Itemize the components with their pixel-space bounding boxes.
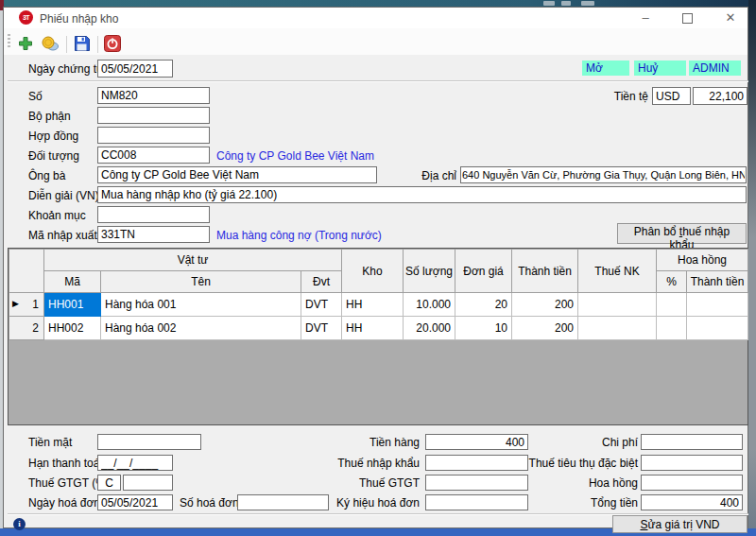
label-tien-te: Tiền tệ	[576, 90, 648, 103]
cell-kho[interactable]: HH	[342, 317, 404, 340]
cell-thue-nk[interactable]	[578, 293, 657, 317]
toolbar-separator	[97, 36, 98, 53]
coins-icon	[41, 35, 60, 52]
cell-dvt[interactable]: DVT	[301, 293, 342, 317]
input-currency[interactable]	[652, 87, 691, 105]
input-khoan-muc[interactable]	[97, 206, 210, 223]
cell-hh-pct[interactable]	[657, 293, 687, 317]
col-thue-nk: Thuế NK	[578, 250, 657, 293]
ma-nhap-xuat-name: Mua hàng công nợ (Trong nước)	[216, 229, 382, 242]
input-exchange-rate[interactable]	[693, 87, 747, 105]
screen: 3T Phiếu nhập kho – ✕ Ngày chứng	[0, 0, 756, 536]
info-icon[interactable]: i	[13, 518, 26, 530]
cell-don-gia[interactable]: 10	[455, 317, 512, 340]
toolbar-separator	[66, 36, 67, 53]
input-hop-dong[interactable]	[97, 127, 210, 144]
close-button[interactable]: ✕	[715, 8, 746, 27]
items-grid: Vật tư Kho Số lượng Đơn giá Thành tiền T…	[8, 248, 748, 425]
cell-kho[interactable]: HH	[342, 293, 404, 317]
input-chi-phi[interactable]	[641, 434, 743, 450]
cell-hh-thanh-tien[interactable]	[687, 293, 748, 317]
input-thue-gtgt-pct[interactable]	[123, 475, 173, 491]
label-doi-tuong: Đối tượng	[28, 149, 79, 163]
status-chip-user[interactable]: ADMIN	[689, 61, 741, 76]
background-top-strip	[0, 0, 756, 7]
maximize-button[interactable]	[673, 8, 701, 27]
input-ngay-chung-tu[interactable]	[97, 60, 173, 78]
col-kho: Kho	[342, 250, 404, 293]
cell-so-luong[interactable]: 10.000	[404, 293, 455, 317]
status-chip-mo[interactable]: Mở	[582, 61, 629, 76]
exit-button[interactable]	[104, 35, 123, 54]
cell-ma[interactable]: HH001	[44, 293, 101, 317]
cell-hh-thanh-tien[interactable]	[687, 317, 748, 340]
input-tien-mat[interactable]	[97, 434, 201, 450]
minimize-button[interactable]: –	[631, 8, 660, 27]
row-selector[interactable]: 2	[9, 317, 44, 340]
maximize-icon	[682, 13, 693, 24]
input-doi-tuong[interactable]	[97, 147, 210, 164]
cell-ten[interactable]: Hàng hóa 001	[101, 293, 301, 317]
col-dvt: Đvt	[301, 271, 342, 293]
cell-ma[interactable]: HH002	[44, 317, 101, 340]
label-khoan-muc: Khoản mục	[28, 209, 86, 222]
input-thue-ttdb[interactable]	[641, 455, 743, 471]
background-window-icon	[561, 1, 571, 6]
input-tong-tien[interactable]	[641, 494, 743, 510]
background-right-strip	[748, 0, 756, 528]
col-thanh-tien: Thành tiền	[512, 250, 578, 293]
col-ma: Mã	[44, 271, 101, 293]
input-thue-gtgt-flag[interactable]	[97, 475, 121, 491]
plus-icon	[17, 35, 34, 52]
input-bo-phan[interactable]	[97, 107, 210, 124]
input-hoa-hong[interactable]	[641, 475, 743, 491]
input-dien-giai[interactable]	[97, 186, 747, 203]
input-so[interactable]	[97, 87, 210, 104]
col-group-hoa-hong: Hoa hồng	[657, 250, 748, 271]
col-so-luong: Số lượng	[404, 250, 455, 293]
cell-dvt[interactable]: DVT	[301, 317, 342, 340]
label-ky-hieu-hoa-don: Ký hiệu hoá đơn	[236, 496, 420, 510]
label-thue-nhap-khau: Thuế nhập khẩu	[236, 457, 420, 470]
cell-thue-nk[interactable]	[578, 317, 657, 340]
row-selector[interactable]: ▶1	[9, 293, 44, 317]
label-so-hoa-don: Số hoá đơn	[180, 496, 239, 510]
label-ma-nhap-xuat: Mã nhập xuất	[28, 229, 97, 242]
add-button[interactable]	[17, 35, 36, 54]
status-chip-huy[interactable]: Huỷ	[634, 61, 686, 76]
btn-text: ửa giá trị VND	[647, 518, 719, 531]
window-title: Phiếu nhập kho	[40, 12, 118, 26]
row-number: 1	[32, 298, 39, 311]
cell-thanh-tien[interactable]: 200	[512, 293, 578, 317]
sua-gia-tri-vnd-button[interactable]: Sửa giá trị VND	[612, 515, 747, 533]
save-button[interactable]	[74, 35, 93, 54]
col-row-selector	[9, 250, 44, 293]
input-ong-ba[interactable]	[97, 166, 377, 183]
input-han-thanh-toan[interactable]	[97, 455, 173, 471]
current-row-arrow-icon: ▶	[12, 299, 19, 308]
label-tong-tien: Tổng tiền	[463, 496, 638, 510]
cell-ten[interactable]: Hàng hóa 002	[101, 317, 301, 340]
cell-hh-pct[interactable]	[657, 317, 687, 340]
label-bo-phan: Bộ phận	[28, 110, 71, 123]
label-dia-chi: Địa chỉ	[400, 169, 456, 182]
items-table: Vật tư Kho Số lượng Đơn giá Thành tiền T…	[9, 249, 748, 340]
label-tien-hang: Tiền hàng	[236, 436, 420, 449]
label-so: Số	[28, 90, 43, 103]
phan-bo-thue-button[interactable]: Phân bổ thuế nhập khẩu	[617, 223, 747, 244]
col-group-vat-tu: Vật tư	[44, 250, 342, 271]
cell-thanh-tien[interactable]: 200	[512, 317, 578, 340]
col-don-gia: Đơn giá	[455, 250, 512, 293]
table-row: 2 HH002 Hàng hóa 002 DVT HH 20.000 10 20…	[9, 317, 748, 340]
cell-don-gia[interactable]: 20	[455, 293, 512, 317]
table-row: ▶1 HH001 Hàng hóa 001 DVT HH 10.000 20 2…	[9, 293, 748, 317]
input-dia-chi[interactable]	[460, 166, 747, 183]
input-ngay-hoa-don[interactable]	[97, 494, 173, 510]
background-window-icon	[543, 1, 555, 6]
save-icon	[74, 35, 90, 51]
input-ma-nhap-xuat[interactable]	[97, 226, 210, 243]
cell-so-luong[interactable]: 20.000	[404, 317, 455, 340]
label-thue-ttdb: Thuế tiêu thụ đặc biệt	[463, 457, 638, 470]
currency-button[interactable]	[41, 35, 60, 54]
label-ong-ba: Ông bà	[28, 169, 65, 182]
